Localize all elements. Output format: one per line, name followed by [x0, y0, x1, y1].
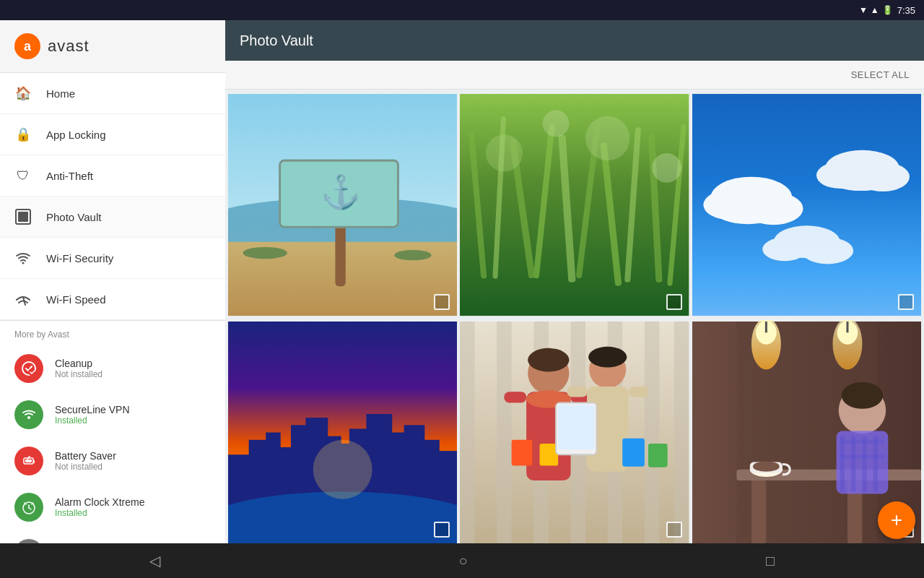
- secureline-info: SecureLine VPN Installed: [55, 404, 130, 426]
- select-all-button[interactable]: SELECT ALL: [851, 69, 910, 80]
- photo-checkbox-1[interactable]: [434, 294, 450, 310]
- sidebar-item-alarm-clock[interactable]: Alarm Clock Xtreme Installed: [0, 484, 225, 530]
- svg-rect-114: [862, 436, 866, 492]
- sidebar-item-wifi-speed[interactable]: Wi-Fi Speed: [0, 279, 225, 320]
- photo-shopping-image: [460, 320, 689, 543]
- svg-line-12: [27, 457, 29, 460]
- fab-add-button[interactable]: +: [878, 501, 915, 539]
- photo-checkbox-2[interactable]: [666, 294, 682, 310]
- svg-point-28: [394, 250, 431, 260]
- svg-point-110: [841, 382, 882, 409]
- photo-cell-grass[interactable]: [460, 92, 689, 317]
- page-title: Photo Vault: [240, 33, 313, 49]
- sidebar-label-wifi-security: Wi-Fi Security: [46, 252, 113, 264]
- wifi-status-icon: ▼: [859, 5, 868, 15]
- photo-checkbox-5[interactable]: [666, 522, 682, 538]
- photo-anchor-image: ⚓: [228, 92, 457, 317]
- photo-cell-city[interactable]: [228, 320, 457, 543]
- select-all-bar: SELECT ALL: [225, 61, 924, 90]
- sidebar-label-wifi-speed: Wi-Fi Speed: [46, 293, 106, 306]
- svg-point-72: [313, 440, 372, 499]
- svg-point-43: [543, 111, 570, 137]
- sidebar-label-anti-theft: Anti-Theft: [46, 170, 93, 182]
- svg-text:⚓: ⚓: [321, 173, 362, 212]
- svg-rect-95: [648, 444, 668, 467]
- avast-logo-text: avast: [48, 37, 90, 56]
- avast-logo-icon: a: [14, 33, 40, 59]
- svg-rect-97: [558, 405, 594, 449]
- svg-rect-3: [18, 212, 28, 222]
- svg-point-52: [829, 168, 892, 191]
- svg-point-54: [762, 238, 806, 262]
- fab-plus-icon: +: [891, 510, 902, 530]
- wifi-security-icon: [14, 249, 32, 267]
- svg-rect-94: [623, 439, 645, 467]
- cleanup-icon-circle: [14, 354, 43, 383]
- sidebar-item-power-save[interactable]: Power Save: [0, 530, 225, 543]
- back-button[interactable]: ◁: [128, 545, 182, 577]
- svg-point-40: [486, 134, 523, 171]
- svg-point-82: [528, 348, 570, 372]
- svg-rect-11: [25, 460, 32, 462]
- svg-point-55: [801, 238, 853, 264]
- svg-point-42: [652, 153, 681, 183]
- photo-city-image: [228, 320, 457, 543]
- photo-grass-image: [460, 92, 689, 317]
- sidebar-item-wifi-security[interactable]: Wi-Fi Security: [0, 238, 225, 279]
- lock-icon: 🔒: [14, 126, 32, 143]
- svg-rect-80: [674, 322, 689, 543]
- cleanup-status: Not installed: [55, 369, 103, 379]
- svg-rect-113: [851, 436, 855, 492]
- svg-rect-74: [460, 322, 474, 543]
- status-icons: ▼ ▲ 🔋: [859, 5, 893, 15]
- app-layout: a avast 🏠 Home 🔒 App Locking 🛡 Anti-Thef…: [0, 20, 924, 543]
- alarm-clock-icon-circle: [14, 493, 43, 522]
- status-time: 7:35: [897, 5, 915, 16]
- sidebar-item-anti-theft[interactable]: 🛡 Anti-Theft: [0, 155, 225, 197]
- home-button[interactable]: ○: [437, 545, 489, 577]
- bottom-nav-bar: ◁ ○ □: [0, 543, 924, 578]
- home-icon: 🏠: [14, 85, 32, 102]
- sidebar-label-home: Home: [46, 87, 75, 100]
- svg-point-120: [753, 462, 780, 472]
- sidebar-item-photo-vault[interactable]: Photo Vault: [0, 197, 225, 238]
- top-bar: Photo Vault: [225, 20, 924, 61]
- svg-text:a: a: [24, 39, 32, 53]
- svg-point-71: [228, 492, 457, 543]
- svg-rect-91: [629, 387, 650, 397]
- recents-button[interactable]: □: [744, 545, 796, 577]
- svg-rect-116: [840, 440, 884, 444]
- secureline-name: SecureLine VPN: [55, 404, 130, 415]
- svg-rect-117: [840, 454, 884, 458]
- battery-icon: 🔋: [882, 5, 893, 15]
- photo-cell-shopping[interactable]: [460, 320, 689, 543]
- sidebar-item-app-locking[interactable]: 🔒 App Locking: [0, 114, 225, 155]
- photo-vault-icon: [14, 208, 32, 225]
- status-bar: ▼ ▲ 🔋 7:35: [0, 0, 924, 20]
- svg-rect-115: [873, 436, 877, 492]
- photo-cell-sky[interactable]: [692, 92, 921, 317]
- cleanup-name: Cleanup: [55, 358, 103, 369]
- sidebar-item-cleanup[interactable]: Cleanup Not installed: [0, 345, 225, 392]
- svg-point-48: [714, 197, 780, 224]
- photo-sky-image: [692, 92, 921, 317]
- svg-rect-92: [512, 440, 533, 466]
- photo-grid: ⚓: [225, 90, 924, 543]
- secureline-icon-circle: [14, 400, 43, 429]
- sidebar-item-home[interactable]: 🏠 Home: [0, 73, 225, 114]
- svg-point-4: [22, 262, 25, 264]
- shield-icon: 🛡: [14, 167, 32, 184]
- sidebar-item-secureline[interactable]: SecureLine VPN Installed: [0, 392, 225, 438]
- photo-checkbox-4[interactable]: [434, 522, 450, 538]
- sidebar-label-photo-vault: Photo Vault: [46, 211, 101, 223]
- sidebar-label-app-locking: App Locking: [46, 129, 106, 141]
- sidebar-item-battery-saver[interactable]: Battery Saver Not installed: [0, 438, 225, 484]
- photo-checkbox-3[interactable]: [898, 294, 914, 310]
- photo-cell-anchor[interactable]: ⚓: [228, 92, 457, 317]
- secureline-status: Installed: [55, 415, 130, 426]
- main-content: Photo Vault SELECT ALL: [225, 20, 924, 543]
- wifi-speed-icon: [14, 290, 32, 308]
- svg-point-41: [585, 116, 629, 160]
- svg-point-7: [28, 368, 35, 376]
- svg-rect-112: [840, 436, 844, 492]
